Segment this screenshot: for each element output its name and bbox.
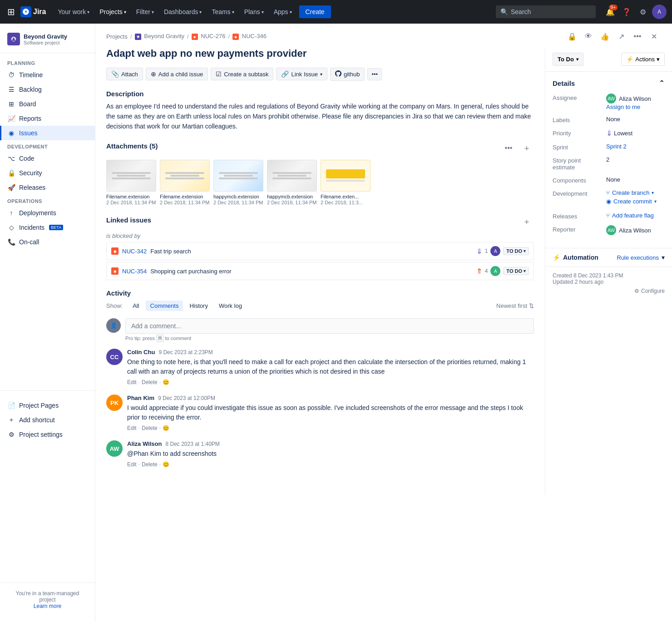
- linked-issue-key-1[interactable]: NUC-342: [122, 248, 147, 255]
- breadcrumb-nuc276[interactable]: NUC-276: [201, 33, 225, 39]
- lightning-icon: ⚡: [626, 56, 633, 63]
- nav-teams[interactable]: Teams▾: [207, 5, 238, 18]
- rule-executions-link[interactable]: Rule executions: [617, 254, 659, 261]
- commit-dropdown-icon[interactable]: ▾: [654, 199, 657, 204]
- detail-priority: Priority ⇓ Lowest: [553, 129, 665, 138]
- assign-to-me-link[interactable]: Assign to me: [606, 104, 640, 110]
- linked-status-1[interactable]: TO DO ▾: [503, 247, 529, 255]
- create-button[interactable]: Create: [299, 5, 331, 18]
- user-avatar[interactable]: A: [652, 5, 667, 19]
- edit-comment-2[interactable]: Edit: [127, 425, 137, 431]
- attachment-3[interactable]: happymcb.extension 2 Dec 2018, 11:34 PM: [213, 160, 263, 205]
- breadcrumb: Projects / ★ Beyond Gravity / ■ NUC-276 …: [95, 24, 672, 47]
- nav-plans[interactable]: Plans▾: [240, 5, 268, 18]
- details-toggle[interactable]: Details ⌃: [553, 79, 665, 87]
- issues-icon: ◉: [7, 129, 15, 137]
- attach-button[interactable]: 📎 Attach: [106, 68, 143, 80]
- nav-projects[interactable]: Projects▾: [95, 5, 131, 18]
- nav-filter[interactable]: Filter▾: [132, 5, 158, 18]
- add-feature-flag-link[interactable]: ⑂ Add feature flag: [606, 212, 665, 219]
- sidebar-item-incidents[interactable]: ◇ Incidents BETA: [0, 220, 95, 235]
- labels-label: Labels: [553, 116, 603, 123]
- breadcrumb-projects[interactable]: Projects: [106, 33, 128, 40]
- nav-apps[interactable]: Apps▾: [269, 5, 296, 18]
- delete-comment-2[interactable]: Delete: [142, 425, 158, 431]
- sidebar-item-label: Project Pages: [19, 402, 59, 409]
- add-linked-issue-icon[interactable]: ＋: [519, 214, 534, 229]
- delete-comment-1[interactable]: Delete: [142, 379, 158, 385]
- more-actions-icon[interactable]: •••: [630, 29, 645, 44]
- linked-issue-key-2[interactable]: NUC-354: [122, 268, 147, 275]
- configure-button[interactable]: ⚙ Configure: [634, 288, 665, 294]
- github-button[interactable]: github: [330, 68, 365, 81]
- linked-issue-1[interactable]: ■ NUC-342 Fast trip search ⇓ 1 A TO DO ▾: [106, 242, 534, 260]
- releases-detail-label: Releases: [553, 212, 603, 220]
- sidebar-item-backlog[interactable]: ☰ Backlog: [0, 82, 95, 97]
- sort-button[interactable]: Newest first ⇅: [496, 302, 534, 309]
- actions-button[interactable]: ⚡ Actions ▾: [621, 53, 665, 66]
- status-button[interactable]: To Do ▾: [553, 53, 583, 66]
- react-comment-1[interactable]: 😊: [163, 379, 169, 385]
- react-comment-3[interactable]: 😊: [163, 461, 169, 468]
- add-child-button[interactable]: ⊕ Add a child issue: [146, 68, 208, 80]
- more-toolbar-button[interactable]: •••: [367, 68, 382, 80]
- sidebar-item-oncall[interactable]: 📞 On-call: [0, 235, 95, 249]
- attachments-more-icon[interactable]: •••: [501, 141, 516, 155]
- edit-comment-1[interactable]: Edit: [127, 379, 137, 385]
- attachment-5[interactable]: Filename.exten... 2 Dec 2018, 11:3...: [321, 160, 371, 205]
- filter-comments-button[interactable]: Comments: [146, 301, 183, 311]
- sidebar-item-releases[interactable]: 🚀 Releases: [0, 180, 95, 195]
- attachments-add-icon[interactable]: ＋: [519, 141, 534, 155]
- thumbsup-icon[interactable]: 👍: [598, 29, 612, 44]
- sidebar-item-code[interactable]: ⌥ Code: [0, 151, 95, 166]
- attachment-1[interactable]: Filename.extension 2 Dec 2018, 11:34 PM: [106, 160, 156, 205]
- automation-toggle[interactable]: ⚡ Automation Rule executions ▾: [553, 254, 665, 261]
- react-comment-2[interactable]: 😊: [163, 425, 169, 431]
- search-bar[interactable]: 🔍: [496, 5, 596, 18]
- learn-more-link[interactable]: Learn more: [34, 603, 61, 609]
- sidebar-item-project-pages[interactable]: 📄 Project Pages: [0, 398, 95, 413]
- settings-button[interactable]: ⚙: [636, 5, 650, 19]
- nav-dashboards[interactable]: Dashboards▾: [159, 5, 207, 18]
- sidebar-item-deployments[interactable]: ↑ Deployments: [0, 206, 95, 220]
- sidebar-item-issues[interactable]: ◉ Issues: [0, 126, 95, 140]
- linked-issue-2[interactable]: ■ NUC-354 Shopping cart purchasing error…: [106, 262, 534, 280]
- comment-input[interactable]: Add a comment...: [125, 318, 534, 334]
- search-input[interactable]: [511, 8, 583, 15]
- filter-all-button[interactable]: All: [128, 301, 143, 311]
- commit-icon: ◉: [606, 198, 611, 205]
- watch-icon[interactable]: 👁: [581, 29, 596, 44]
- sidebar-item-reports[interactable]: 📈 Reports: [0, 111, 95, 126]
- jira-logo[interactable]: Jira: [20, 6, 46, 17]
- sidebar-item-timeline[interactable]: ⏱ Timeline: [0, 68, 95, 82]
- create-subtask-button[interactable]: ☑ Create a subtask: [211, 68, 273, 80]
- branch-dropdown-icon[interactable]: ▾: [652, 190, 654, 195]
- priority-label: Priority: [553, 129, 603, 137]
- link-issue-button[interactable]: 🔗 Link Issue ▾: [276, 68, 327, 80]
- create-branch-link[interactable]: ⑂ Create branch ▾: [606, 189, 665, 196]
- share-icon[interactable]: ↗: [614, 29, 628, 44]
- help-button[interactable]: ❓: [619, 5, 634, 19]
- attachment-2[interactable]: Filename.extension 2 Dec 2018, 11:34 PM: [160, 160, 210, 205]
- breadcrumb-beyond-gravity[interactable]: Beyond Gravity: [144, 33, 184, 39]
- close-icon[interactable]: ✕: [647, 29, 661, 44]
- sidebar-item-add-shortcut[interactable]: ＋ Add shortcut: [0, 413, 95, 427]
- attachment-4[interactable]: happymcb.extension 2 Dec 2018, 11:34 PM: [267, 160, 317, 205]
- comment-actions-2: Edit · Delete · 😊: [127, 425, 534, 431]
- sidebar-item-label: Issues: [19, 129, 37, 137]
- edit-comment-3[interactable]: Edit: [127, 461, 137, 468]
- create-commit-link[interactable]: ◉ Create commit ▾: [606, 198, 665, 205]
- grid-icon[interactable]: ⊞: [5, 5, 17, 19]
- sidebar-item-board[interactable]: ⊞ Board: [0, 97, 95, 111]
- notifications-button[interactable]: 🔔 9+: [603, 5, 618, 19]
- sprint-value[interactable]: Sprint 2: [606, 143, 627, 150]
- lock-icon[interactable]: 🔒: [565, 29, 579, 44]
- sidebar-item-project-settings[interactable]: ⚙ Project settings: [0, 427, 95, 442]
- linked-status-2[interactable]: TO DO ▾: [503, 267, 529, 275]
- sidebar-item-security[interactable]: 🔒 Security: [0, 166, 95, 180]
- filter-worklog-button[interactable]: Work log: [214, 301, 247, 311]
- delete-comment-3[interactable]: Delete: [142, 461, 158, 468]
- bc-nuc276-icon: ■: [192, 34, 198, 40]
- nav-your-work[interactable]: Your work▾: [53, 5, 94, 18]
- filter-history-button[interactable]: History: [185, 301, 212, 311]
